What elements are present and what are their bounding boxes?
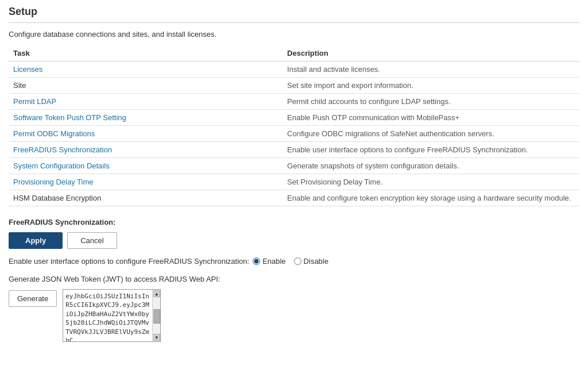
task-cell: System Configuration Details xyxy=(9,158,283,174)
jwt-section: Generate JSON Web Token (JWT) to access … xyxy=(9,275,579,342)
task-link[interactable]: Licenses xyxy=(13,65,42,74)
freeradius-section-title: FreeRADIUS Synchronization: xyxy=(9,218,579,226)
task-cell: Software Token Push OTP Setting xyxy=(9,110,283,126)
setup-table: Task Description LicensesInstall and act… xyxy=(9,45,579,206)
action-buttons: Apply Cancel xyxy=(9,232,579,249)
task-cell: Licenses xyxy=(9,62,283,78)
jwt-token-textarea[interactable] xyxy=(63,290,152,341)
task-link[interactable]: System Configuration Details xyxy=(13,162,110,170)
table-row: Permit LDAPPermit child accounts to conf… xyxy=(9,94,579,110)
task-link[interactable]: Provisioning Delay Time xyxy=(13,178,93,186)
description-cell: Set site import and export information. xyxy=(283,78,579,94)
apply-button[interactable]: Apply xyxy=(9,232,63,249)
scroll-up-btn[interactable]: ▲ xyxy=(153,290,160,297)
enable-radio[interactable] xyxy=(253,258,260,265)
task-link[interactable]: Permit ODBC Migrations xyxy=(13,129,95,138)
jwt-inner: Generate ▲ ▼ xyxy=(9,289,579,342)
enable-radio-label[interactable]: Enable xyxy=(253,257,285,266)
task-cell: Permit ODBC Migrations xyxy=(9,126,283,142)
description-cell: Enable and configure token encryption ke… xyxy=(283,190,579,206)
description-cell: Enable Push OTP communication with Mobil… xyxy=(283,110,579,126)
task-cell: Provisioning Delay Time xyxy=(9,174,283,190)
disable-radio-label[interactable]: Disable xyxy=(294,257,328,266)
page-title: Setup xyxy=(9,6,579,23)
jwt-label: Generate JSON Web Token (JWT) to access … xyxy=(9,275,579,283)
description-cell: Install and activate licenses. xyxy=(283,62,579,78)
cancel-button[interactable]: Cancel xyxy=(67,232,117,249)
table-row: Provisioning Delay TimeSet Provisioning … xyxy=(9,174,579,190)
table-row: FreeRADIUS SynchronizationEnable user in… xyxy=(9,142,579,158)
enable-row-label: Enable user interface options to configu… xyxy=(9,257,249,266)
generate-button[interactable]: Generate xyxy=(9,290,57,307)
page-description: Configure database connections and sites… xyxy=(9,30,579,39)
disable-option-text: Disable xyxy=(304,257,328,266)
scroll-down-btn[interactable]: ▼ xyxy=(153,334,160,341)
description-cell: Permit child accounts to configure LDAP … xyxy=(283,94,579,110)
table-row: SiteSet site import and export informati… xyxy=(9,78,579,94)
scroll-thumb[interactable] xyxy=(153,309,160,324)
task-cell: HSM Database Encryption xyxy=(9,190,283,206)
table-row: HSM Database EncryptionEnable and config… xyxy=(9,190,579,206)
description-cell: Generate snapshots of system configurati… xyxy=(283,158,579,174)
task-cell: Permit LDAP xyxy=(9,94,283,110)
table-row: Software Token Push OTP SettingEnable Pu… xyxy=(9,110,579,126)
token-textarea-wrapper: ▲ ▼ xyxy=(63,289,161,342)
task-link[interactable]: Permit LDAP xyxy=(13,97,56,106)
description-cell: Enable user interface options to configu… xyxy=(283,142,579,158)
enable-option-text: Enable xyxy=(262,257,285,266)
task-link[interactable]: FreeRADIUS Synchronization xyxy=(13,145,112,154)
task-cell: FreeRADIUS Synchronization xyxy=(9,142,283,158)
disable-radio[interactable] xyxy=(294,258,301,265)
table-row: System Configuration DetailsGenerate sna… xyxy=(9,158,579,174)
task-cell: Site xyxy=(9,78,283,94)
col-description-header: Description xyxy=(283,45,579,62)
description-cell: Configure ODBC migrations of SafeNet aut… xyxy=(283,126,579,142)
table-row: LicensesInstall and activate licenses. xyxy=(9,62,579,78)
scrollbar[interactable]: ▲ ▼ xyxy=(152,290,160,341)
enable-disable-row: Enable user interface options to configu… xyxy=(9,257,579,266)
task-link[interactable]: Software Token Push OTP Setting xyxy=(13,113,126,122)
table-row: Permit ODBC MigrationsConfigure ODBC mig… xyxy=(9,126,579,142)
description-cell: Set Provisioning Delay Time. xyxy=(283,174,579,190)
col-task-header: Task xyxy=(9,45,283,62)
